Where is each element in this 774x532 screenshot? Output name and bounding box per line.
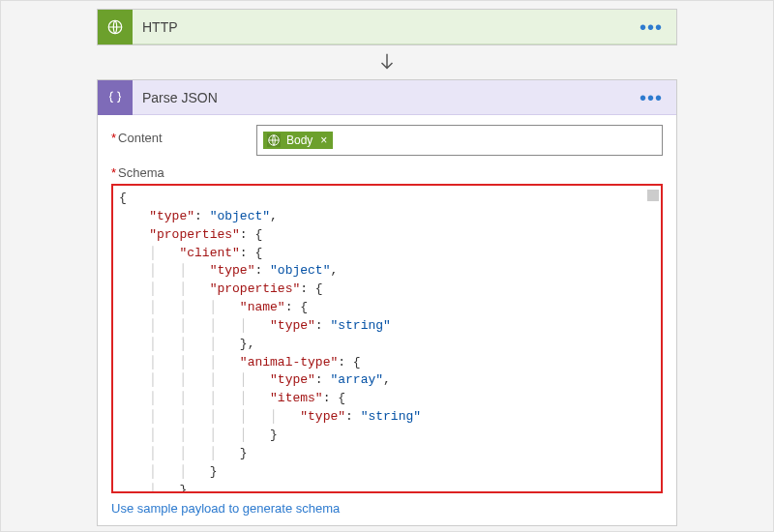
http-card[interactable]: HTTP ••• [97, 9, 677, 45]
body-token-chip[interactable]: Body × [263, 132, 333, 149]
http-more-button[interactable]: ••• [634, 17, 669, 37]
body-chip-label: Body [286, 133, 313, 147]
content-label: *Content [111, 125, 256, 145]
content-row: *Content Body × [111, 125, 663, 156]
generate-schema-link[interactable]: Use sample payload to generate schema [111, 501, 340, 516]
body-chip-remove[interactable]: × [318, 133, 327, 147]
parse-json-header[interactable]: Parse JSON ••• [98, 80, 676, 115]
content-input[interactable]: Body × [256, 125, 663, 156]
generate-schema-row: Use sample payload to generate schema [111, 501, 663, 516]
schema-label: *Schema [111, 165, 663, 180]
http-card-title: HTTP [142, 19, 634, 35]
scrollbar-nub [647, 190, 659, 201]
parse-json-more-button[interactable]: ••• [634, 88, 669, 107]
globe-icon [267, 133, 281, 147]
flow-connector [1, 51, 773, 75]
schema-editor[interactable]: { "type": "object", "properties": { │ "c… [111, 184, 663, 493]
parse-json-card[interactable]: Parse JSON ••• *Content Body × *Schema {… [97, 79, 677, 526]
parse-json-body: *Content Body × *Schema { "type": "objec… [98, 115, 676, 525]
braces-icon [98, 80, 133, 115]
http-card-header[interactable]: HTTP ••• [98, 10, 676, 44]
globe-icon [98, 10, 133, 44]
parse-json-title: Parse JSON [142, 90, 634, 105]
designer-canvas: HTTP ••• Parse JSON ••• *Content Body × [1, 1, 773, 532]
